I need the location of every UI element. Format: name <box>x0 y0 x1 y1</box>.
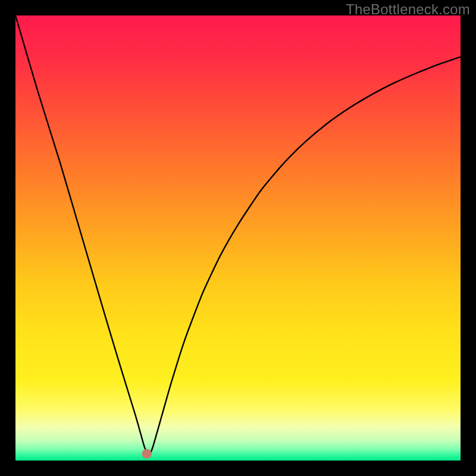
bottleneck-chart-svg <box>15 15 461 461</box>
optimal-point-marker <box>142 449 151 459</box>
plot-area <box>15 15 461 461</box>
chart-frame: TheBottleneck.com <box>0 0 476 476</box>
